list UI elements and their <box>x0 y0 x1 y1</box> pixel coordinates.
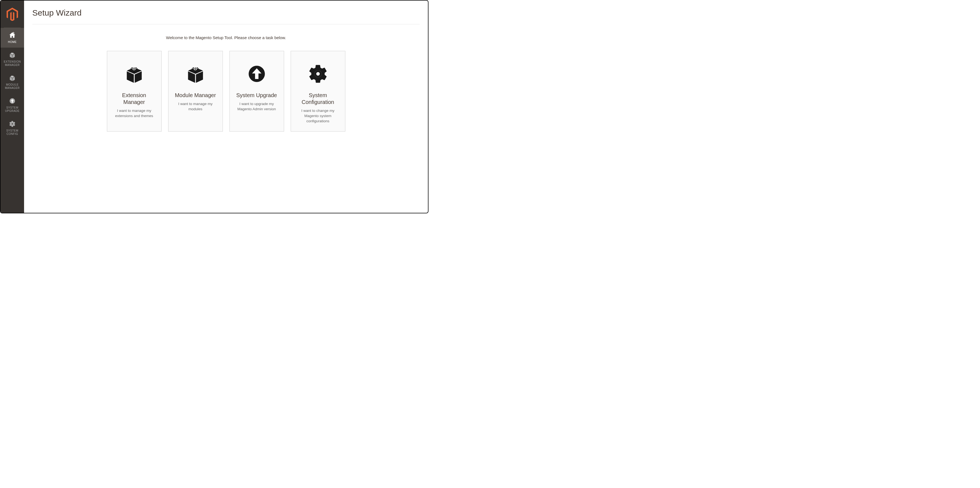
card-desc: I want to manage my extensions and theme… <box>112 108 156 119</box>
page-title: Setup Wizard <box>32 8 420 18</box>
divider <box>32 24 420 24</box>
logo <box>0 0 24 28</box>
gear-icon <box>9 120 16 128</box>
card-system-upgrade[interactable]: System Upgrade I want to upgrade my Mage… <box>229 51 284 132</box>
gear-icon <box>307 59 329 88</box>
task-cards-row: Extension Manager I want to manage my ex… <box>32 51 420 132</box>
card-title: Extension Manager <box>112 92 156 105</box>
box-icon <box>9 74 16 81</box>
magento-logo-icon <box>6 8 18 21</box>
main-content: Setup Wizard Welcome to the Magento Setu… <box>24 0 428 213</box>
card-title: Module Manager <box>175 92 216 99</box>
box-icon <box>9 51 16 59</box>
sidebar-item-label: SYSTEM CONFIG <box>2 129 23 136</box>
home-icon <box>9 32 16 39</box>
sidebar-item-extension-manager[interactable]: EXTENSION MANAGER <box>0 48 24 70</box>
sidebar-nav: HOME EXTENSION MANAGER MODULE MANAGER SY… <box>0 28 24 139</box>
sidebar-item-label: MODULE MANAGER <box>2 83 23 90</box>
card-desc: I want to upgrade my Magento Admin versi… <box>235 102 279 112</box>
card-desc: I want to manage my modules <box>173 102 218 112</box>
sidebar-item-label: EXTENSION MANAGER <box>2 60 23 67</box>
app-frame: HOME EXTENSION MANAGER MODULE MANAGER SY… <box>0 0 428 214</box>
sidebar-item-system-config[interactable]: SYSTEM CONFIG <box>0 116 24 139</box>
arrow-up-circle-icon <box>246 59 267 88</box>
box-icon <box>124 59 145 88</box>
card-desc: I want to change my Magento system confi… <box>296 108 340 124</box>
card-title: System Upgrade <box>236 92 277 99</box>
card-extension-manager[interactable]: Extension Manager I want to manage my ex… <box>107 51 162 132</box>
arrow-up-circle-icon <box>9 97 16 105</box>
sidebar-item-label: HOME <box>8 40 17 44</box>
sidebar-item-module-manager[interactable]: MODULE MANAGER <box>0 70 24 94</box>
sidebar-item-label: SYSTEM UPGRADE <box>2 106 23 113</box>
sidebar-item-system-upgrade[interactable]: SYSTEM UPGRADE <box>0 94 24 116</box>
card-title: System Configuration <box>296 92 340 105</box>
box-icon <box>185 59 206 88</box>
card-module-manager[interactable]: Module Manager I want to manage my modul… <box>168 51 223 132</box>
sidebar: HOME EXTENSION MANAGER MODULE MANAGER SY… <box>0 0 24 213</box>
sidebar-item-home[interactable]: HOME <box>0 28 24 48</box>
card-system-configuration[interactable]: System Configuration I want to change my… <box>291 51 345 132</box>
welcome-text: Welcome to the Magento Setup Tool. Pleas… <box>32 35 420 40</box>
